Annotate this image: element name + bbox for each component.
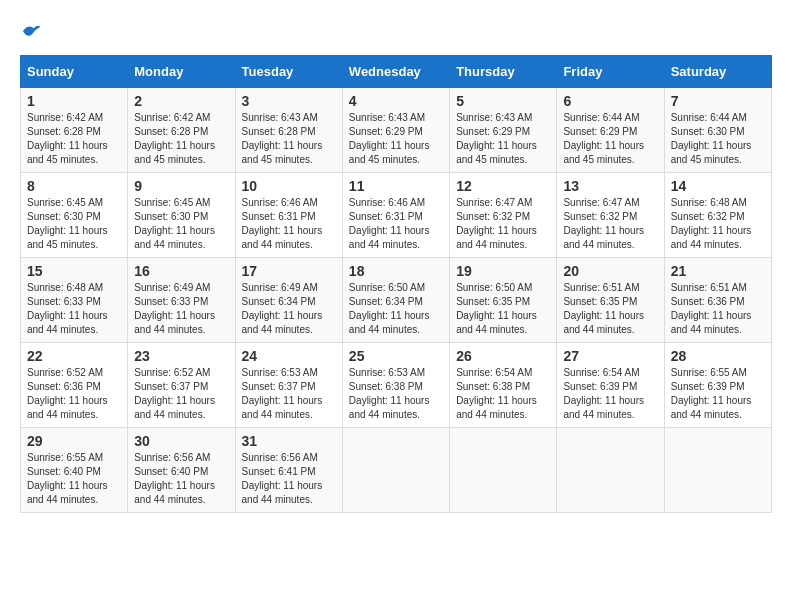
col-header-thursday: Thursday bbox=[450, 56, 557, 88]
col-header-monday: Monday bbox=[128, 56, 235, 88]
calendar-cell: 11Sunrise: 6:46 AM Sunset: 6:31 PM Dayli… bbox=[342, 173, 449, 258]
logo-bird-icon bbox=[22, 20, 42, 40]
day-info: Sunrise: 6:44 AM Sunset: 6:29 PM Dayligh… bbox=[563, 111, 657, 167]
day-number: 17 bbox=[242, 263, 336, 279]
calendar-cell: 12Sunrise: 6:47 AM Sunset: 6:32 PM Dayli… bbox=[450, 173, 557, 258]
day-number: 11 bbox=[349, 178, 443, 194]
day-info: Sunrise: 6:49 AM Sunset: 6:34 PM Dayligh… bbox=[242, 281, 336, 337]
day-number: 18 bbox=[349, 263, 443, 279]
calendar-cell: 14Sunrise: 6:48 AM Sunset: 6:32 PM Dayli… bbox=[664, 173, 771, 258]
logo-text bbox=[20, 20, 42, 45]
calendar-cell: 17Sunrise: 6:49 AM Sunset: 6:34 PM Dayli… bbox=[235, 258, 342, 343]
week-row-3: 15Sunrise: 6:48 AM Sunset: 6:33 PM Dayli… bbox=[21, 258, 772, 343]
day-number: 5 bbox=[456, 93, 550, 109]
week-row-2: 8Sunrise: 6:45 AM Sunset: 6:30 PM Daylig… bbox=[21, 173, 772, 258]
day-info: Sunrise: 6:47 AM Sunset: 6:32 PM Dayligh… bbox=[456, 196, 550, 252]
calendar-cell: 27Sunrise: 6:54 AM Sunset: 6:39 PM Dayli… bbox=[557, 343, 664, 428]
calendar-cell bbox=[664, 428, 771, 513]
day-number: 16 bbox=[134, 263, 228, 279]
calendar-cell: 31Sunrise: 6:56 AM Sunset: 6:41 PM Dayli… bbox=[235, 428, 342, 513]
day-number: 14 bbox=[671, 178, 765, 194]
day-number: 1 bbox=[27, 93, 121, 109]
calendar-cell: 5Sunrise: 6:43 AM Sunset: 6:29 PM Daylig… bbox=[450, 88, 557, 173]
day-info: Sunrise: 6:48 AM Sunset: 6:33 PM Dayligh… bbox=[27, 281, 121, 337]
day-info: Sunrise: 6:52 AM Sunset: 6:36 PM Dayligh… bbox=[27, 366, 121, 422]
day-info: Sunrise: 6:52 AM Sunset: 6:37 PM Dayligh… bbox=[134, 366, 228, 422]
calendar-cell: 22Sunrise: 6:52 AM Sunset: 6:36 PM Dayli… bbox=[21, 343, 128, 428]
day-info: Sunrise: 6:49 AM Sunset: 6:33 PM Dayligh… bbox=[134, 281, 228, 337]
day-info: Sunrise: 6:45 AM Sunset: 6:30 PM Dayligh… bbox=[27, 196, 121, 252]
calendar-cell: 30Sunrise: 6:56 AM Sunset: 6:40 PM Dayli… bbox=[128, 428, 235, 513]
day-info: Sunrise: 6:56 AM Sunset: 6:40 PM Dayligh… bbox=[134, 451, 228, 507]
week-row-5: 29Sunrise: 6:55 AM Sunset: 6:40 PM Dayli… bbox=[21, 428, 772, 513]
day-info: Sunrise: 6:54 AM Sunset: 6:39 PM Dayligh… bbox=[563, 366, 657, 422]
col-header-tuesday: Tuesday bbox=[235, 56, 342, 88]
col-header-friday: Friday bbox=[557, 56, 664, 88]
day-info: Sunrise: 6:46 AM Sunset: 6:31 PM Dayligh… bbox=[242, 196, 336, 252]
day-info: Sunrise: 6:43 AM Sunset: 6:28 PM Dayligh… bbox=[242, 111, 336, 167]
day-info: Sunrise: 6:43 AM Sunset: 6:29 PM Dayligh… bbox=[456, 111, 550, 167]
day-number: 25 bbox=[349, 348, 443, 364]
calendar-cell: 15Sunrise: 6:48 AM Sunset: 6:33 PM Dayli… bbox=[21, 258, 128, 343]
day-number: 4 bbox=[349, 93, 443, 109]
day-number: 15 bbox=[27, 263, 121, 279]
calendar-cell: 4Sunrise: 6:43 AM Sunset: 6:29 PM Daylig… bbox=[342, 88, 449, 173]
day-number: 22 bbox=[27, 348, 121, 364]
calendar-cell: 23Sunrise: 6:52 AM Sunset: 6:37 PM Dayli… bbox=[128, 343, 235, 428]
day-number: 28 bbox=[671, 348, 765, 364]
day-info: Sunrise: 6:46 AM Sunset: 6:31 PM Dayligh… bbox=[349, 196, 443, 252]
day-info: Sunrise: 6:53 AM Sunset: 6:38 PM Dayligh… bbox=[349, 366, 443, 422]
day-number: 7 bbox=[671, 93, 765, 109]
day-number: 13 bbox=[563, 178, 657, 194]
week-row-4: 22Sunrise: 6:52 AM Sunset: 6:36 PM Dayli… bbox=[21, 343, 772, 428]
day-number: 24 bbox=[242, 348, 336, 364]
day-number: 26 bbox=[456, 348, 550, 364]
day-info: Sunrise: 6:53 AM Sunset: 6:37 PM Dayligh… bbox=[242, 366, 336, 422]
col-header-saturday: Saturday bbox=[664, 56, 771, 88]
calendar-cell: 18Sunrise: 6:50 AM Sunset: 6:34 PM Dayli… bbox=[342, 258, 449, 343]
col-header-sunday: Sunday bbox=[21, 56, 128, 88]
day-number: 9 bbox=[134, 178, 228, 194]
day-info: Sunrise: 6:43 AM Sunset: 6:29 PM Dayligh… bbox=[349, 111, 443, 167]
day-number: 23 bbox=[134, 348, 228, 364]
calendar-cell: 7Sunrise: 6:44 AM Sunset: 6:30 PM Daylig… bbox=[664, 88, 771, 173]
day-info: Sunrise: 6:51 AM Sunset: 6:35 PM Dayligh… bbox=[563, 281, 657, 337]
calendar-table: SundayMondayTuesdayWednesdayThursdayFrid… bbox=[20, 55, 772, 513]
day-info: Sunrise: 6:50 AM Sunset: 6:34 PM Dayligh… bbox=[349, 281, 443, 337]
calendar-cell: 28Sunrise: 6:55 AM Sunset: 6:39 PM Dayli… bbox=[664, 343, 771, 428]
day-info: Sunrise: 6:42 AM Sunset: 6:28 PM Dayligh… bbox=[27, 111, 121, 167]
calendar-cell: 25Sunrise: 6:53 AM Sunset: 6:38 PM Dayli… bbox=[342, 343, 449, 428]
calendar-cell: 26Sunrise: 6:54 AM Sunset: 6:38 PM Dayli… bbox=[450, 343, 557, 428]
day-info: Sunrise: 6:45 AM Sunset: 6:30 PM Dayligh… bbox=[134, 196, 228, 252]
day-number: 29 bbox=[27, 433, 121, 449]
day-info: Sunrise: 6:55 AM Sunset: 6:39 PM Dayligh… bbox=[671, 366, 765, 422]
day-info: Sunrise: 6:47 AM Sunset: 6:32 PM Dayligh… bbox=[563, 196, 657, 252]
page-header bbox=[20, 20, 772, 45]
week-row-1: 1Sunrise: 6:42 AM Sunset: 6:28 PM Daylig… bbox=[21, 88, 772, 173]
day-number: 12 bbox=[456, 178, 550, 194]
calendar-cell: 24Sunrise: 6:53 AM Sunset: 6:37 PM Dayli… bbox=[235, 343, 342, 428]
calendar-cell: 3Sunrise: 6:43 AM Sunset: 6:28 PM Daylig… bbox=[235, 88, 342, 173]
calendar-cell: 19Sunrise: 6:50 AM Sunset: 6:35 PM Dayli… bbox=[450, 258, 557, 343]
calendar-cell: 20Sunrise: 6:51 AM Sunset: 6:35 PM Dayli… bbox=[557, 258, 664, 343]
day-number: 2 bbox=[134, 93, 228, 109]
calendar-cell: 29Sunrise: 6:55 AM Sunset: 6:40 PM Dayli… bbox=[21, 428, 128, 513]
col-header-wednesday: Wednesday bbox=[342, 56, 449, 88]
day-info: Sunrise: 6:48 AM Sunset: 6:32 PM Dayligh… bbox=[671, 196, 765, 252]
calendar-cell: 2Sunrise: 6:42 AM Sunset: 6:28 PM Daylig… bbox=[128, 88, 235, 173]
calendar-cell: 8Sunrise: 6:45 AM Sunset: 6:30 PM Daylig… bbox=[21, 173, 128, 258]
day-info: Sunrise: 6:51 AM Sunset: 6:36 PM Dayligh… bbox=[671, 281, 765, 337]
day-number: 3 bbox=[242, 93, 336, 109]
calendar-cell: 16Sunrise: 6:49 AM Sunset: 6:33 PM Dayli… bbox=[128, 258, 235, 343]
calendar-cell: 6Sunrise: 6:44 AM Sunset: 6:29 PM Daylig… bbox=[557, 88, 664, 173]
day-number: 19 bbox=[456, 263, 550, 279]
calendar-cell: 10Sunrise: 6:46 AM Sunset: 6:31 PM Dayli… bbox=[235, 173, 342, 258]
calendar-cell bbox=[450, 428, 557, 513]
day-number: 6 bbox=[563, 93, 657, 109]
day-info: Sunrise: 6:42 AM Sunset: 6:28 PM Dayligh… bbox=[134, 111, 228, 167]
calendar-cell bbox=[557, 428, 664, 513]
day-info: Sunrise: 6:56 AM Sunset: 6:41 PM Dayligh… bbox=[242, 451, 336, 507]
day-info: Sunrise: 6:54 AM Sunset: 6:38 PM Dayligh… bbox=[456, 366, 550, 422]
calendar-cell: 13Sunrise: 6:47 AM Sunset: 6:32 PM Dayli… bbox=[557, 173, 664, 258]
header-row: SundayMondayTuesdayWednesdayThursdayFrid… bbox=[21, 56, 772, 88]
